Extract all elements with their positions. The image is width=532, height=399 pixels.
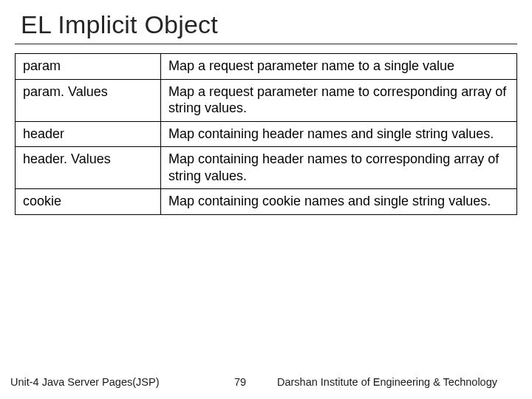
cell-name: header. Values [16, 147, 161, 189]
slide: EL Implicit Object param Map a request p… [0, 0, 532, 399]
cell-desc: Map containing cookie names and single s… [160, 189, 516, 215]
cell-desc: Map a request parameter name to a single… [160, 54, 516, 80]
table-row: param. Values Map a request parameter na… [16, 79, 517, 121]
cell-name: param [16, 54, 161, 80]
table-row: header Map containing header names and s… [16, 121, 517, 147]
cell-name: header [16, 121, 161, 147]
footer-unit: Unit-4 Java Server Pages(JSP) [0, 376, 218, 388]
implicit-object-table: param Map a request parameter name to a … [15, 53, 517, 215]
table-row: param Map a request parameter name to a … [16, 54, 517, 80]
table-row: cookie Map containing cookie names and s… [16, 189, 517, 215]
footer-institute: Darshan Institute of Engineering & Techn… [262, 376, 532, 388]
cell-name: param. Values [16, 79, 161, 121]
cell-desc: Map containing header names to correspon… [160, 147, 516, 189]
cell-desc: Map a request parameter name to correspo… [160, 79, 516, 121]
page-title: EL Implicit Object [15, 10, 517, 44]
footer: Unit-4 Java Server Pages(JSP) 79 Darshan… [0, 374, 532, 390]
cell-name: cookie [16, 189, 161, 215]
cell-desc: Map containing header names and single s… [160, 121, 516, 147]
footer-page-number: 79 [218, 376, 262, 388]
table-row: header. Values Map containing header nam… [16, 147, 517, 189]
